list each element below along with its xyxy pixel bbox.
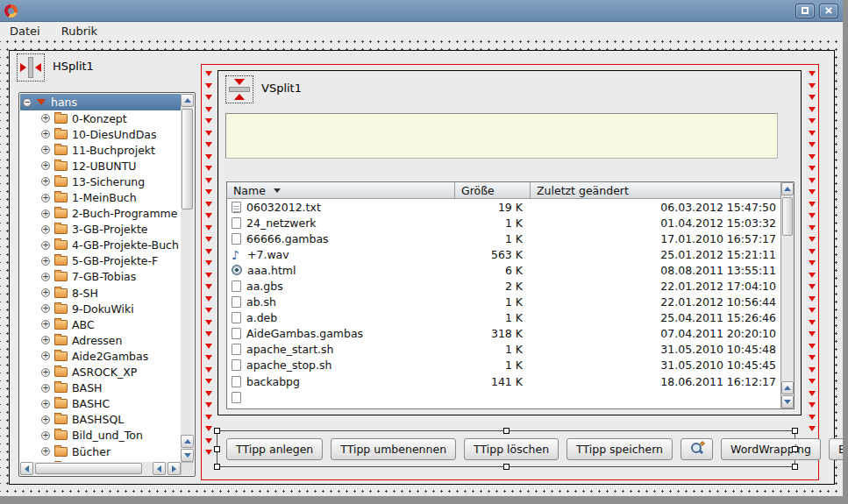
- scroll-up-button[interactable]: [181, 94, 194, 107]
- vsplit-handle-icon[interactable]: [225, 75, 253, 103]
- expand-icon[interactable]: [41, 194, 50, 202]
- expand-icon[interactable]: [41, 447, 50, 456]
- tree-item[interactable]: Aide2Gambas: [20, 348, 181, 364]
- table-row[interactable]: apache_start.sh 1 K 31.05.2010 10:45:48: [227, 342, 782, 358]
- expand-icon[interactable]: [41, 114, 50, 123]
- scroll-left-button-2[interactable]: [153, 462, 166, 475]
- scroll-right-button[interactable]: [167, 462, 181, 475]
- ttipp-speichern-button[interactable]: TTipp speichern: [567, 438, 673, 460]
- expand-icon[interactable]: [41, 146, 50, 154]
- tree-item[interactable]: 13-Sicherung: [20, 174, 181, 189]
- ttipp-anlegen-button[interactable]: TTipp anlegen: [226, 438, 323, 460]
- expand-icon[interactable]: [41, 400, 50, 408]
- table-row[interactable]: apache_stop.sh 1 K 31.05.2010 10:45:45: [227, 358, 782, 373]
- close-button[interactable]: [819, 4, 838, 18]
- table-row[interactable]: ab.sh 1 K 22.01.2012 10:56:44: [227, 295, 782, 310]
- expand-icon[interactable]: [41, 241, 50, 250]
- tree-item[interactable]: 7-GB-Tobias: [20, 269, 181, 285]
- table-row[interactable]: 06032012.txt 19 K 06.03.2012 15:47:50: [227, 199, 782, 215]
- expand-icon[interactable]: [41, 336, 50, 344]
- expand-icon[interactable]: [41, 273, 50, 281]
- tree-item[interactable]: 8-SH: [20, 285, 181, 301]
- scroll-down-button[interactable]: [181, 449, 194, 462]
- table-row[interactable]: AideGambas.gambas 318 K 07.04.2011 20:20…: [227, 326, 782, 342]
- tree-item[interactable]: 1-MeinBuch: [20, 189, 181, 205]
- selection-handle[interactable]: [792, 428, 798, 434]
- expand-icon[interactable]: [41, 304, 50, 313]
- scroll-up-button-2[interactable]: [781, 381, 794, 394]
- collapse-icon[interactable]: [23, 98, 32, 107]
- scroll-up-button-2[interactable]: [181, 435, 194, 448]
- expand-icon[interactable]: [41, 288, 50, 297]
- selection-handle[interactable]: [214, 464, 220, 470]
- tree-item[interactable]: BASHC: [20, 396, 181, 412]
- tree-vscroll-thumb[interactable]: [182, 109, 193, 209]
- tree-item[interactable]: BASHSQL: [20, 412, 181, 428]
- menu-datei[interactable]: Datei: [10, 25, 40, 38]
- scroll-left-button[interactable]: [20, 462, 33, 475]
- tree-item[interactable]: BASH: [20, 380, 181, 396]
- tree-item[interactable]: Adressen: [20, 332, 181, 348]
- tree-hscroll-thumb[interactable]: [35, 463, 142, 474]
- tree-item[interactable]: 5-GB-Projekte-F: [20, 253, 181, 269]
- ende-button[interactable]: Ende: [829, 438, 848, 460]
- tree-item[interactable]: 10-DiesUndDas: [20, 126, 181, 142]
- tree-vertical-scrollbar[interactable]: [181, 94, 194, 462]
- selection-handle[interactable]: [503, 464, 510, 470]
- table-row[interactable]: backabpg 141 K 18.06.2011 16:12:17: [227, 373, 782, 389]
- ttipp-umbenennen-button[interactable]: TTipp umbenennen: [331, 438, 456, 460]
- vsplit-selection-frame[interactable]: VSplit1 Name Größe Zule: [201, 64, 819, 480]
- selection-handle[interactable]: [503, 428, 510, 434]
- expand-icon[interactable]: [41, 225, 50, 234]
- expand-icon[interactable]: [41, 177, 50, 186]
- maximize-button[interactable]: [795, 4, 815, 18]
- tree-item[interactable]: 2-Buch-Programme: [20, 206, 181, 222]
- table-row[interactable]: +7.wav 563 K 25.01.2012 15:21:11: [227, 246, 782, 262]
- table-row[interactable]: 66666.gambas 1 K 17.01.2010 16:57:17: [227, 231, 782, 246]
- file-table[interactable]: Name Größe Zuletzt geändert: [226, 181, 795, 409]
- folder-tree[interactable]: hans 0-Konzept 10-DiesUndDas: [18, 92, 196, 477]
- table-row[interactable]: aaa.html 6 K 08.08.2011 13:55:11: [227, 262, 782, 278]
- tree-item[interactable]: 11-Buchprojekt: [20, 142, 181, 158]
- tree-item[interactable]: 3-GB-Projekte: [20, 222, 181, 238]
- table-vscroll-thumb[interactable]: [782, 197, 793, 236]
- tree-item[interactable]: 0-Konzept: [20, 110, 181, 126]
- expand-icon[interactable]: [41, 130, 50, 138]
- table-row[interactable]: aa.gbs 2 K 22.01.2012 17:04:10: [227, 278, 782, 294]
- wordwrapping-button[interactable]: WordWrapping: [721, 438, 821, 460]
- tree-item[interactable]: ABC: [20, 316, 181, 332]
- expand-icon[interactable]: [41, 415, 50, 424]
- tree-item[interactable]: ASROCK_XP: [20, 365, 181, 380]
- selection-handle[interactable]: [214, 428, 220, 434]
- expand-icon[interactable]: [41, 351, 50, 360]
- expand-icon[interactable]: [41, 368, 50, 377]
- tree-item[interactable]: 9-DokuWiki: [20, 301, 181, 316]
- button-panel-selection[interactable]: TTipp anlegen TTipp umbenennen TTipp lös…: [217, 430, 795, 467]
- vsplit-container[interactable]: VSplit1 Name Größe Zule: [217, 70, 802, 415]
- tree-item[interactable]: Bücher: [20, 444, 181, 459]
- tree-item[interactable]: 12-UBUNTU: [20, 158, 181, 174]
- hsplit-handle-icon[interactable]: [17, 53, 45, 82]
- selection-handle[interactable]: [792, 464, 798, 470]
- expand-icon[interactable]: [41, 320, 50, 329]
- column-header-name[interactable]: Name: [227, 182, 455, 198]
- hsplit-container[interactable]: HSplit1 hans 0-Konzept: [9, 50, 835, 485]
- tree-item[interactable]: Bild_und_Ton: [20, 428, 181, 444]
- expand-icon[interactable]: [41, 209, 50, 218]
- expand-icon[interactable]: [41, 431, 50, 440]
- tree-root-row[interactable]: hans: [20, 94, 181, 110]
- tree-horizontal-scrollbar[interactable]: [20, 462, 181, 475]
- table-row[interactable]: a.deb 1 K 25.04.2011 15:26:46: [227, 310, 782, 326]
- expand-icon[interactable]: [41, 161, 50, 170]
- expand-icon[interactable]: [41, 257, 50, 266]
- menu-rubrik[interactable]: Rubrik: [61, 25, 97, 38]
- scroll-down-button[interactable]: [781, 395, 794, 408]
- search-edit-button[interactable]: [681, 438, 713, 460]
- ttipp-loeschen-button[interactable]: TTipp löschen: [464, 438, 559, 460]
- table-row-partial[interactable]: [227, 389, 782, 405]
- scroll-up-button[interactable]: [781, 182, 794, 195]
- expand-icon[interactable]: [41, 384, 50, 393]
- selection-handle[interactable]: [214, 446, 220, 452]
- table-row[interactable]: 24_netzwerk 1 K 01.04.2012 15:03:32: [227, 215, 782, 231]
- column-header-modified[interactable]: Zuletzt geändert: [531, 182, 782, 198]
